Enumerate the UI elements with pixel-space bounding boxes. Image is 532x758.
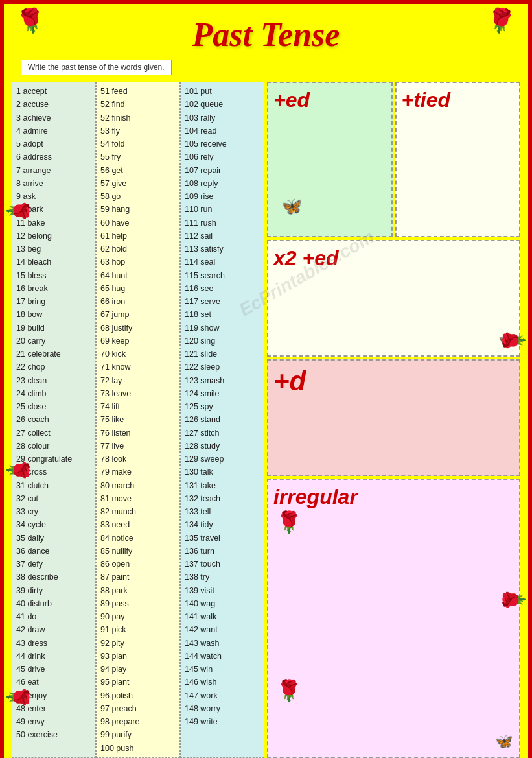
list-item: 71 know <box>100 361 176 373</box>
list-item: 125 spy <box>185 400 260 413</box>
right-panels: +ed 🦋 +tied x2 +ed 🦋 +d <box>267 82 520 758</box>
list-item: 82 munch <box>100 505 176 518</box>
list-item: 129 sweep <box>185 453 260 466</box>
list-item: 61 help <box>100 230 176 243</box>
list-item: 110 run <box>185 203 260 216</box>
list-item: 147 work <box>185 689 260 702</box>
list-item: 25 close <box>16 400 91 413</box>
rose-mid-bottom: 🌹 <box>276 510 302 534</box>
list-item: 36 dance <box>16 545 91 558</box>
list-item: 8 arrive <box>16 177 91 190</box>
list-item: 124 smile <box>185 387 260 400</box>
list-item: 21 celebrate <box>16 348 91 361</box>
d-row: +d <box>267 359 520 476</box>
list-item: 22 chop <box>16 361 91 373</box>
list-item: 79 make <box>100 466 176 479</box>
panel-tied-label: +tied <box>402 88 515 112</box>
list-item: 60 have <box>100 217 176 230</box>
list-item: 134 tidy <box>185 518 260 531</box>
list-item: 136 turn <box>185 545 260 558</box>
list-item: 120 sing <box>185 335 260 348</box>
list-item: 84 notice <box>100 532 176 545</box>
list-item: 97 preach <box>100 702 176 715</box>
list-item: 23 clean <box>16 374 91 387</box>
list-item: 96 polish <box>100 689 176 702</box>
list-item: 52 find <box>100 98 176 111</box>
list-item: 115 search <box>185 269 260 282</box>
list-item: 37 defy <box>16 558 91 571</box>
list-item: 117 serve <box>185 295 260 308</box>
list-item: 119 show <box>185 322 260 335</box>
list-item: 104 read <box>185 124 260 137</box>
list-item: 74 lift <box>100 400 176 413</box>
list-item: 123 smash <box>185 374 260 387</box>
top-right-panels: +ed 🦋 +tied <box>267 82 520 237</box>
list-item: 75 like <box>100 413 176 426</box>
list-item: 26 coach <box>16 413 91 426</box>
butterfly-3: 🦋 <box>495 733 513 750</box>
rose-left-mid: 🌹 <box>6 198 30 224</box>
list-item: 33 cry <box>16 505 91 518</box>
list-item: 16 break <box>16 282 91 295</box>
list-item: 89 pass <box>100 597 176 610</box>
list-item: 63 hop <box>100 255 176 268</box>
list-item: 12 belong <box>16 230 91 243</box>
list-item: 44 drink <box>16 650 91 663</box>
list-item: 40 disturb <box>16 597 91 610</box>
list-item: 105 receive <box>185 137 260 150</box>
list-item: 113 satisfy <box>185 243 260 255</box>
list-item: 128 study <box>185 440 260 453</box>
list-item: 83 need <box>100 518 176 531</box>
list-item: 95 plant <box>100 676 176 689</box>
list-item: 149 write <box>185 715 260 728</box>
word-col-2: 51 feed52 find52 finish53 fly54 fold55 f… <box>96 82 180 758</box>
list-item: 65 hug <box>100 282 176 295</box>
list-item: 90 pay <box>100 610 176 623</box>
list-item: 80 march <box>100 479 176 492</box>
page-title: Past Tense <box>192 16 340 53</box>
list-item: 6 address <box>16 150 91 163</box>
list-item: 69 keep <box>100 335 176 348</box>
panel-x2ed-label: x2 +ed <box>273 246 514 270</box>
panel-d: +d <box>267 359 520 476</box>
list-item: 59 hang <box>100 203 176 216</box>
list-item: 76 listen <box>100 427 176 440</box>
list-item: 7 arrange <box>16 164 91 177</box>
list-item: 109 rise <box>185 190 260 203</box>
list-item: 78 look <box>100 453 176 466</box>
instruction-text: Write the past tense of the words given. <box>28 63 165 72</box>
rose-top-left: 🌹 <box>15 5 49 36</box>
list-item: 4 admire <box>16 124 91 137</box>
word-col-3: 101 put102 queue103 rally104 read105 rec… <box>180 82 264 758</box>
list-item: 143 wash <box>185 637 260 650</box>
list-item: 94 play <box>100 663 176 676</box>
list-item: 77 live <box>100 440 176 453</box>
butterfly-1: 🦋 <box>281 196 302 217</box>
panel-d-label: +d <box>273 366 514 397</box>
list-item: 62 hold <box>100 243 176 255</box>
page-container: 🌹 🌹 Past Tense Write the past tense of t… <box>0 0 532 758</box>
list-item: 146 wish <box>185 676 260 689</box>
list-item: 112 sail <box>185 230 260 243</box>
list-item: 27 collect <box>16 427 91 440</box>
list-item: 118 set <box>185 308 260 321</box>
list-item: 20 carry <box>16 335 91 348</box>
list-item: 85 nullify <box>100 545 176 558</box>
list-item: 137 touch <box>185 558 260 571</box>
list-item: 35 dally <box>16 532 91 545</box>
list-item: 66 iron <box>100 295 176 308</box>
list-item: 101 put <box>185 85 260 98</box>
list-item: 68 justify <box>100 322 176 335</box>
rose-mid-bottom2: 🌹 <box>276 678 302 703</box>
list-item: 121 slide <box>185 348 260 361</box>
list-item: 15 bless <box>16 269 91 282</box>
list-item: 51 feed <box>100 85 176 98</box>
panel-x2ed: x2 +ed 🦋 <box>267 240 520 357</box>
list-item: 5 adopt <box>16 137 91 150</box>
list-item: 58 go <box>100 190 176 203</box>
list-item: 43 dress <box>16 637 91 650</box>
list-item: 55 fry <box>100 150 176 163</box>
list-item: 148 worry <box>185 702 260 715</box>
main-content: 1 accept2 accuse3 achieve4 admire5 adopt… <box>9 82 523 758</box>
list-item: 39 dirty <box>16 584 91 597</box>
